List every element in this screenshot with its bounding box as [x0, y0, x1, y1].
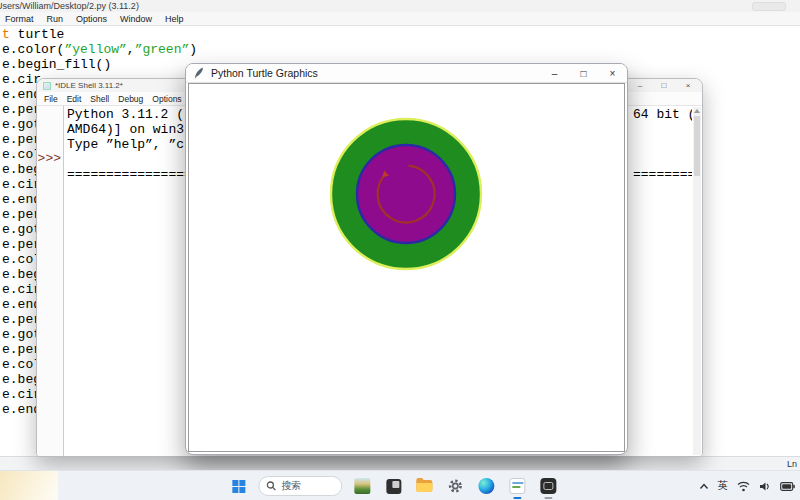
edge-browser-button[interactable]	[475, 473, 497, 499]
dark-app-button[interactable]	[537, 473, 559, 499]
shell-window-controls: – □ ×	[628, 79, 700, 92]
task-view-button[interactable]	[382, 473, 404, 499]
dark-app-icon	[540, 478, 556, 494]
scroll-thumb[interactable]	[694, 116, 700, 176]
shell-title: *IDLE Shell 3.11.2*	[55, 79, 123, 92]
shell-line-fragment: ==========	[633, 167, 692, 182]
turtle-maximize-button[interactable]: □	[569, 64, 598, 83]
editor-titlebar[interactable]: Users/William/Desktop/2.py (3.11.2)	[0, 0, 800, 12]
idle-icon	[509, 478, 525, 494]
turtle-close-button[interactable]: ×	[598, 64, 627, 83]
task-view-icon	[386, 479, 401, 494]
idle-shell-icon	[43, 82, 51, 90]
shell-scrollbar[interactable]	[693, 107, 701, 455]
turtle-canvas[interactable]	[188, 83, 625, 452]
shell-prompt: >>>	[38, 151, 61, 166]
turtle-titlebar[interactable]: Python Turtle Graphics – □ ×	[186, 64, 627, 83]
turtle-window-controls: – □ ×	[540, 64, 627, 83]
shell-minimize-button[interactable]: –	[628, 79, 652, 92]
turtle-window-title: Python Turtle Graphics	[211, 67, 318, 79]
turtle-minimize-button[interactable]: –	[540, 64, 569, 83]
running-indicator	[544, 497, 552, 499]
running-indicator	[513, 497, 521, 499]
search-placeholder: 搜索	[281, 479, 301, 493]
start-button[interactable]	[227, 473, 249, 499]
speaker-icon[interactable]	[759, 481, 771, 492]
shell-prompt-sidebar: >>>	[37, 106, 64, 456]
widgets-icon	[354, 478, 370, 494]
idle-app-button[interactable]	[506, 473, 528, 499]
editor-statusbar: Ln	[0, 456, 800, 470]
menu-item-options[interactable]: Options	[152, 92, 181, 105]
folder-icon	[416, 480, 432, 492]
editor-window-controls[interactable]	[752, 2, 786, 11]
widgets-weather-corner[interactable]	[0, 471, 58, 500]
code-line: e.color(”yellow”,”green”)	[2, 42, 800, 57]
menu-item-options[interactable]: Options	[76, 12, 107, 25]
system-tray: 英	[699, 471, 796, 500]
menu-item-debug[interactable]: Debug	[118, 92, 143, 105]
taskbar: 搜索	[0, 470, 800, 500]
menu-item-run[interactable]: Run	[47, 12, 64, 25]
widgets-app-button[interactable]	[351, 473, 373, 499]
search-icon	[266, 481, 276, 491]
scroll-up-icon[interactable]	[694, 109, 700, 113]
purple-circle	[357, 145, 455, 243]
settings-button[interactable]	[444, 473, 466, 499]
menu-item-help[interactable]: Help	[165, 12, 184, 25]
windows-logo-icon	[232, 480, 245, 493]
desktop: Users/William/Desktop/2.py (3.11.2) Form…	[0, 0, 800, 500]
menu-item-file[interactable]: File	[44, 92, 58, 105]
shell-close-button[interactable]: ×	[676, 79, 700, 92]
menu-item-shell[interactable]: Shell	[90, 92, 109, 105]
turtle-graphics-window: Python Turtle Graphics – □ ×	[185, 63, 628, 455]
taskbar-center-icons: 搜索	[227, 471, 559, 500]
shell-maximize-button[interactable]: □	[652, 79, 676, 92]
menu-item-format[interactable]: Format	[5, 12, 34, 25]
file-explorer-button[interactable]	[413, 473, 435, 499]
menu-item-edit[interactable]: Edit	[67, 92, 82, 105]
menu-item-window[interactable]: Window	[120, 12, 152, 25]
editor-title: Users/William/Desktop/2.py (3.11.2)	[0, 0, 139, 12]
editor-status-ln: Ln	[787, 459, 797, 469]
python-feather-icon	[194, 67, 205, 80]
code-line: t turtle	[2, 27, 800, 42]
search-box[interactable]: 搜索	[258, 476, 342, 496]
ime-indicator[interactable]: 英	[718, 479, 729, 493]
editor-menubar: FormatRunOptionsWindowHelp	[0, 12, 800, 26]
hidden-icons-chevron-icon[interactable]	[699, 483, 709, 490]
shell-line-fragment: 64 bit (	[633, 107, 692, 122]
wifi-icon[interactable]	[737, 481, 750, 492]
edge-icon	[478, 478, 494, 494]
turtle-drawing	[189, 84, 626, 453]
gear-icon	[447, 478, 463, 494]
battery-icon[interactable]	[780, 482, 795, 491]
